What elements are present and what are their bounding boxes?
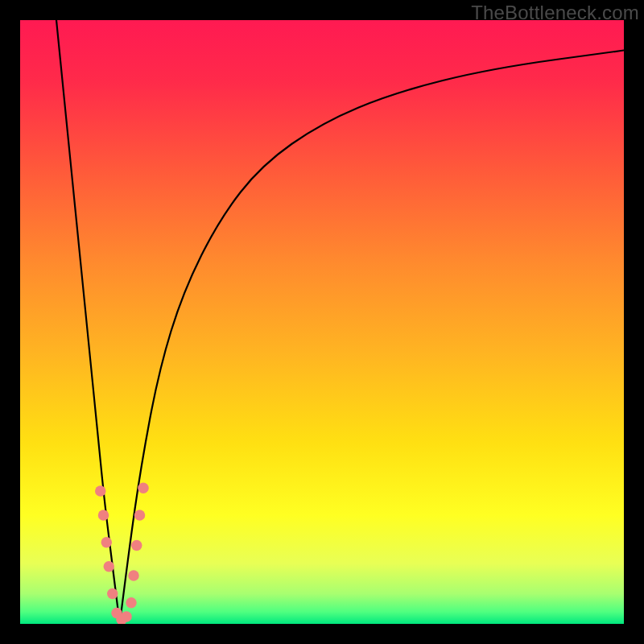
dot (101, 537, 113, 548)
dot (126, 597, 137, 609)
dot (138, 483, 149, 494)
dot (104, 561, 115, 572)
watermark-text: TheBottleneck.com (471, 2, 639, 24)
dot (134, 510, 146, 521)
left-branch (56, 20, 120, 624)
chart-frame: TheBottleneck.com (0, 0, 644, 644)
dot (128, 570, 139, 581)
dot (131, 540, 142, 551)
right-branch (120, 51, 624, 625)
dot (121, 611, 132, 622)
dot (98, 510, 109, 521)
dot (95, 485, 106, 497)
dot (107, 588, 118, 600)
plot-area (20, 20, 624, 624)
curve-layer (20, 20, 624, 624)
